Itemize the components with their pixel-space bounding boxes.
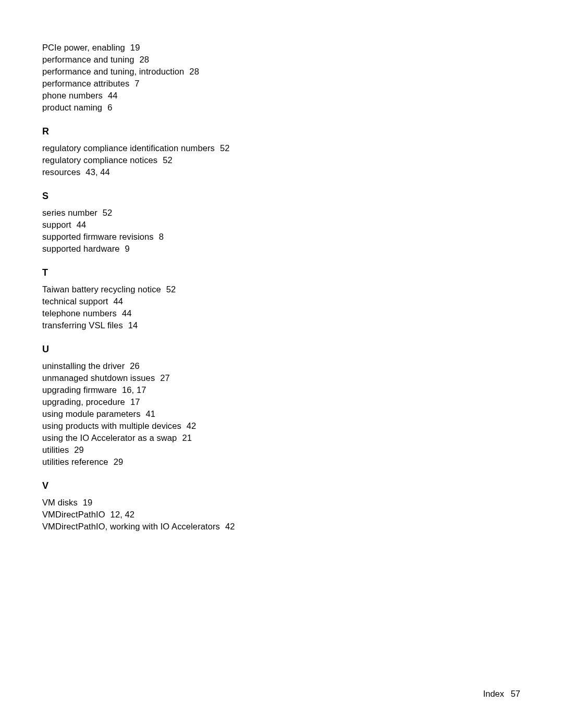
index-heading: U <box>42 344 511 355</box>
index-entry: using module parameters41 <box>42 408 511 420</box>
index-entry: regulatory compliance identification num… <box>42 142 511 154</box>
footer-page-number: 57 <box>511 689 520 698</box>
index-entry-term: upgrading firmware <box>42 385 117 394</box>
index-entry-term: performance attributes <box>42 79 129 88</box>
index-entry: VMDirectPathIO, working with IO Accelera… <box>42 521 511 533</box>
index-entry-pages: 21 <box>182 433 192 442</box>
index-entry-pages: 27 <box>160 373 170 382</box>
index-content: PCIe power, enabling19performance and tu… <box>0 0 511 533</box>
index-entry: using the IO Accelerator as a swap21 <box>42 432 511 444</box>
index-entry-term: using products with multiple devices <box>42 421 181 430</box>
index-heading: R <box>42 126 511 137</box>
index-entry: supported firmware revisions8 <box>42 231 511 243</box>
index-entry: VM disks19 <box>42 497 511 509</box>
index-entry: series number52 <box>42 207 511 219</box>
index-entry-pages: 42 <box>187 421 197 430</box>
index-entry: regulatory compliance notices52 <box>42 154 511 166</box>
index-entry-term: telephone numbers <box>42 309 117 318</box>
index-entry-pages: 44 <box>77 220 87 229</box>
index-entry-pages: 29 <box>74 445 84 454</box>
index-entry-term: Taiwan battery recycling notice <box>42 285 161 294</box>
index-entry-term: performance and tuning, introduction <box>42 67 184 76</box>
index-entry-pages: 44 <box>108 91 118 100</box>
index-entry: utilities reference29 <box>42 456 511 468</box>
index-entry: PCIe power, enabling19 <box>42 42 511 54</box>
index-entry-term: VM disks <box>42 498 78 507</box>
index-entry-term: regulatory compliance notices <box>42 155 157 165</box>
index-entry-term: transferring VSL files <box>42 320 123 330</box>
index-entry-pages: 14 <box>128 320 138 330</box>
index-entry-pages: 16, 17 <box>122 385 146 394</box>
index-entry-pages: 7 <box>134 79 139 88</box>
index-entry-pages: 19 <box>83 498 93 507</box>
index-entry-pages: 29 <box>114 457 124 466</box>
index-entry: supported hardware9 <box>42 243 511 255</box>
index-entry: unmanaged shutdown issues27 <box>42 372 511 384</box>
index-entry: product naming6 <box>42 102 511 114</box>
index-entry-pages: 19 <box>130 43 140 52</box>
index-entry-pages: 52 <box>163 155 173 165</box>
index-entry-pages: 42 <box>225 522 235 531</box>
index-entry-term: technical support <box>42 297 108 306</box>
page-footer: Index 57 <box>483 689 520 699</box>
index-entry: uninstalling the driver26 <box>42 360 511 372</box>
index-entry-pages: 9 <box>125 244 130 253</box>
index-heading: S <box>42 191 511 202</box>
index-entry: transferring VSL files14 <box>42 319 511 331</box>
index-entry-term: VMDirectPathIO, working with IO Accelera… <box>42 522 220 531</box>
index-entry-pages: 44 <box>122 309 132 318</box>
index-entry: technical support44 <box>42 295 511 307</box>
index-entry-term: supported firmware revisions <box>42 232 154 241</box>
index-entry-term: product naming <box>42 103 102 112</box>
index-entry-pages: 41 <box>145 409 155 418</box>
index-heading: V <box>42 480 511 491</box>
index-entry: performance and tuning, introduction28 <box>42 66 511 78</box>
index-entry-term: regulatory compliance identification num… <box>42 143 215 153</box>
index-entry-pages: 52 <box>220 143 230 153</box>
index-entry-pages: 17 <box>130 397 140 406</box>
index-entry-term: supported hardware <box>42 244 120 253</box>
index-entry-pages: 26 <box>130 361 140 371</box>
index-entry-term: resources <box>42 167 80 177</box>
index-entry: VMDirectPathIO12, 42 <box>42 509 511 521</box>
index-entry-term: using the IO Accelerator as a swap <box>42 433 177 442</box>
index-entry-term: phone numbers <box>42 91 103 100</box>
index-entry: Taiwan battery recycling notice52 <box>42 283 511 295</box>
index-entry-pages: 28 <box>139 55 149 64</box>
index-entry-term: performance and tuning <box>42 55 134 64</box>
index-entry-pages: 6 <box>107 103 112 112</box>
index-entry: utilities29 <box>42 444 511 456</box>
index-entry: telephone numbers44 <box>42 307 511 319</box>
index-entry-term: PCIe power, enabling <box>42 43 125 52</box>
index-entry: using products with multiple devices42 <box>42 420 511 432</box>
index-entry-pages: 52 <box>166 285 176 294</box>
index-entry-term: support <box>42 220 71 229</box>
index-entry-pages: 8 <box>159 232 164 241</box>
index-entry: performance attributes7 <box>42 78 511 90</box>
index-entry-term: utilities <box>42 445 69 454</box>
index-entry: resources43, 44 <box>42 166 511 178</box>
index-entry-pages: 43, 44 <box>85 167 109 177</box>
index-entry: support44 <box>42 219 511 231</box>
index-entry-term: series number <box>42 208 97 217</box>
index-entry-pages: 44 <box>113 297 123 306</box>
index-entry: performance and tuning28 <box>42 54 511 66</box>
index-entry-pages: 28 <box>189 67 199 76</box>
index-entry-term: upgrading, procedure <box>42 397 125 406</box>
index-entry: upgrading, procedure17 <box>42 396 511 408</box>
footer-label: Index <box>483 689 504 698</box>
index-entry: phone numbers44 <box>42 90 511 102</box>
index-entry-pages: 52 <box>103 208 113 217</box>
index-entry-term: uninstalling the driver <box>42 361 125 371</box>
index-entry-term: utilities reference <box>42 457 108 466</box>
index-entry-term: using module parameters <box>42 409 140 418</box>
index-entry-term: unmanaged shutdown issues <box>42 373 155 382</box>
index-entry-term: VMDirectPathIO <box>42 510 105 519</box>
index-heading: T <box>42 267 511 278</box>
index-entry-pages: 12, 42 <box>111 510 134 519</box>
index-entry: upgrading firmware16, 17 <box>42 384 511 396</box>
